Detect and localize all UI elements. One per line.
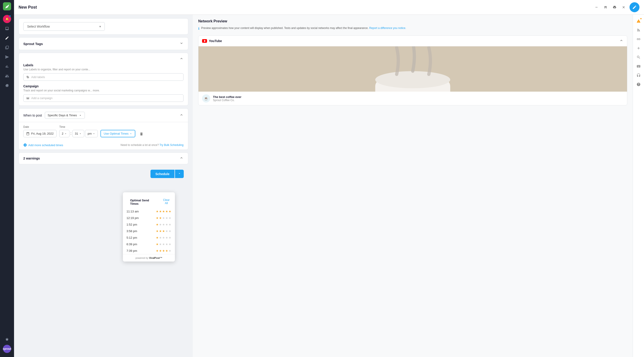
topbar-actions xyxy=(593,2,640,12)
labels-section-chevron-icon[interactable] xyxy=(180,56,184,62)
workflow-section: Select Workflow ▾ xyxy=(19,18,188,34)
channel-icon: ☕ xyxy=(202,94,210,102)
popup-time-row[interactable]: 12:19 pm★★★★★ xyxy=(123,215,175,221)
popup-stars: ★★★★★ xyxy=(156,223,171,226)
empty-star-icon: ★ xyxy=(162,223,165,226)
print-button[interactable] xyxy=(612,4,618,10)
bulk-scheduling-link[interactable]: Try Bulk Scheduling xyxy=(160,144,184,146)
minimize-button[interactable] xyxy=(593,4,600,10)
bar-chart-icon[interactable] xyxy=(3,62,11,70)
schedule-dropdown-button[interactable] xyxy=(175,170,184,178)
clear-all-button[interactable]: Clear All xyxy=(161,198,171,205)
popup-time-row[interactable]: 3:58 pm★★★★★ xyxy=(123,228,175,234)
filled-star-icon: ★ xyxy=(159,210,162,213)
compose-button[interactable] xyxy=(630,2,640,12)
feed-sidebar-icon[interactable] xyxy=(635,26,642,34)
video-content-row: ☕ The best coffee ever Sprout Coffee Co. xyxy=(198,92,627,105)
warning-sidebar-icon[interactable] xyxy=(635,18,642,25)
time-colon: : xyxy=(70,132,71,136)
youtube-collapse-icon[interactable] xyxy=(619,38,624,44)
inbox-icon[interactable] xyxy=(3,24,11,32)
popup-stars: ★★★★★ xyxy=(156,249,171,252)
popup-time-row[interactable]: 6:39 pm★★★★★ xyxy=(123,241,175,248)
help-sidebar-icon[interactable] xyxy=(635,81,642,88)
close-button[interactable] xyxy=(620,4,627,10)
sprout-tags-card: Sprout Tags xyxy=(18,37,188,50)
use-optimal-button[interactable]: Use Optimal Times xyxy=(100,130,135,137)
popup-time-value: 11:13 am xyxy=(126,210,139,213)
popup-time-row[interactable]: 7:39 pm★★★★★ xyxy=(123,248,175,254)
hour-select[interactable]: 2 xyxy=(59,130,70,137)
campaign-input[interactable]: Add a campaign xyxy=(23,94,184,102)
report-difference-link[interactable]: Report a difference you notice. xyxy=(369,26,406,30)
filled-star-icon: ★ xyxy=(162,249,165,252)
bulk-scheduling-pre-text: Need to schedule a lot at once? xyxy=(120,144,159,146)
empty-star-icon: ★ xyxy=(159,223,162,226)
headset-sidebar-icon[interactable] xyxy=(635,72,642,79)
when-to-post-value: Specific Days & Times xyxy=(48,114,77,117)
left-sidebar: 🔔 xyxy=(0,0,14,357)
date-value: Fri, Aug 19, 2022 xyxy=(31,132,54,135)
minute-select[interactable]: 31 xyxy=(72,130,84,137)
add-more-times-button[interactable]: Add more scheduled times xyxy=(23,143,63,147)
filled-star-icon: ★ xyxy=(156,236,158,239)
period-value: pm xyxy=(88,132,92,135)
sprout-tags-header: Sprout Tags xyxy=(19,38,188,50)
search-sidebar-icon[interactable] xyxy=(635,54,642,61)
popup-time-row[interactable]: 11:13 am★★★★★ xyxy=(123,208,175,215)
empty-star-icon: ★ xyxy=(166,236,168,239)
popup-time-row[interactable]: 5:12 pm★★★★★ xyxy=(123,234,175,241)
filled-star-icon: ★ xyxy=(156,230,158,233)
time-field: Time 2 : 31 pm xyxy=(59,125,98,137)
period-select[interactable]: pm xyxy=(85,130,98,137)
workflow-select-label: Select Workflow xyxy=(27,25,50,28)
date-field: Date Fri, Aug 19, 2022 xyxy=(23,125,56,137)
labels-header xyxy=(23,53,184,63)
date-input[interactable]: Fri, Aug 19, 2022 xyxy=(23,130,56,137)
preview-info-text: Preview approximates how your content wi… xyxy=(201,26,406,30)
filled-star-icon: ★ xyxy=(159,216,162,220)
keyboard-sidebar-icon[interactable] xyxy=(635,63,642,70)
warnings-card: 2 warnings xyxy=(18,152,188,164)
scheduling-footer: Add more scheduled times Need to schedul… xyxy=(19,140,188,150)
empty-star-icon: ★ xyxy=(166,230,168,233)
paper-plane-icon[interactable] xyxy=(3,53,11,61)
filled-star-icon: ★ xyxy=(156,210,158,213)
tasks-icon[interactable] xyxy=(3,44,11,52)
notifications-icon[interactable]: 🔔 xyxy=(3,15,11,23)
link-sidebar-icon[interactable] xyxy=(635,36,642,43)
svg-point-4 xyxy=(375,71,450,88)
delete-scheduled-time-button[interactable] xyxy=(138,130,145,137)
people-icon[interactable] xyxy=(3,72,11,80)
add-sidebar-icon[interactable] xyxy=(635,44,642,52)
empty-star-icon: ★ xyxy=(162,236,165,239)
empty-star-icon: ★ xyxy=(159,242,162,246)
popup-title: Optimal Send Times xyxy=(126,196,161,208)
compose-sidebar-icon[interactable] xyxy=(3,34,11,42)
popup-time-value: 1:52 pm xyxy=(126,223,137,226)
schedule-button[interactable]: Schedule xyxy=(150,170,174,178)
page-title: New Post xyxy=(18,5,37,10)
star-icon[interactable] xyxy=(3,335,11,344)
filled-star-icon: ★ xyxy=(156,249,158,252)
bot-icon[interactable] xyxy=(3,82,11,90)
empty-star-icon: ★ xyxy=(159,236,162,239)
when-to-post-select[interactable]: Specific Days & Times xyxy=(45,112,85,119)
user-avatar[interactable]: sprout xyxy=(3,345,11,353)
labels-input[interactable]: Add labels xyxy=(23,73,184,81)
expand-button[interactable] xyxy=(602,4,609,10)
app-logo[interactable] xyxy=(3,2,11,10)
filled-star-icon: ★ xyxy=(156,223,158,226)
popup-time-row[interactable]: 1:52 pm★★★★★ xyxy=(123,221,175,228)
bulk-scheduling-text: Need to schedule a lot at once? Try Bulk… xyxy=(120,144,184,146)
youtube-preview-card: YouTube xyxy=(198,36,627,106)
date-label: Date xyxy=(23,125,56,128)
popup-footer-brand: ViralPost™ xyxy=(149,256,162,259)
labels-campaign-card: Labels Use Labels to organize, filter an… xyxy=(18,53,188,106)
network-preview-title: Network Preview xyxy=(198,19,627,23)
workflow-select[interactable]: Select Workflow ▾ xyxy=(23,22,105,31)
when-to-post-chevron-icon[interactable] xyxy=(180,113,184,118)
user-initials: sprout xyxy=(3,347,11,350)
sprout-tags-chevron-icon[interactable] xyxy=(180,41,184,46)
warnings-chevron-icon[interactable] xyxy=(180,156,184,161)
